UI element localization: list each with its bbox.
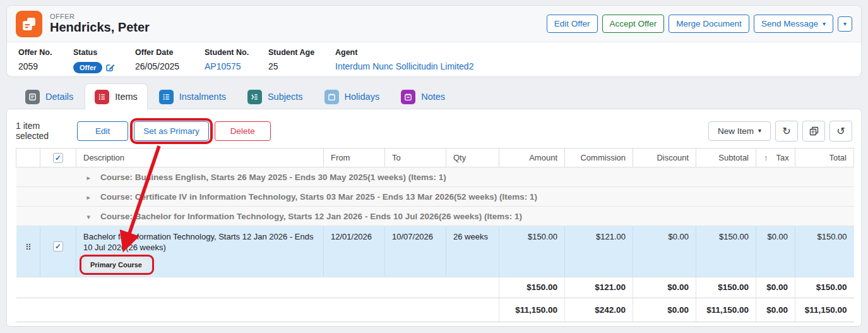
student-no-label: Student No. bbox=[205, 49, 268, 58]
items-table: ✓ Description From To Qty Amount Commiss… bbox=[16, 148, 854, 322]
items-icon bbox=[95, 90, 109, 104]
col-header-to[interactable]: To bbox=[385, 148, 446, 167]
send-message-label: Send Message bbox=[761, 19, 818, 28]
group-total-subtotal: $150.00 bbox=[696, 277, 756, 298]
group-total-tax: $0.00 bbox=[756, 277, 795, 298]
group-total-total: $150.00 bbox=[795, 277, 854, 298]
col-header-total[interactable]: Total bbox=[795, 148, 854, 167]
offer-date-label: Offer Date bbox=[135, 49, 205, 58]
student-age-label: Student Age bbox=[268, 49, 335, 58]
col-header-from[interactable]: From bbox=[324, 148, 385, 167]
offer-date-value: 26/05/2025 bbox=[135, 62, 205, 71]
status-label: Status bbox=[73, 49, 135, 58]
course-group-row[interactable]: ▾Course: Bachelor for Information Techno… bbox=[16, 207, 854, 226]
col-header-tax[interactable]: ↑ Tax bbox=[756, 148, 795, 167]
drag-handle[interactable]: ⠿ bbox=[25, 243, 31, 252]
item-subtotal: $150.00 bbox=[696, 226, 756, 277]
copy-icon bbox=[809, 126, 819, 136]
copy-button[interactable] bbox=[802, 121, 825, 142]
group-label: Course: Bachelor for Information Technol… bbox=[100, 212, 522, 221]
tab-subjects-label: Subjects bbox=[268, 92, 303, 102]
col-header-description[interactable]: Description bbox=[76, 148, 324, 167]
tab-items-label: Items bbox=[115, 92, 137, 102]
tab-details[interactable]: Details bbox=[15, 83, 83, 109]
item-from: 12/01/2026 bbox=[324, 226, 385, 277]
expand-caret-icon[interactable]: ▸ bbox=[87, 193, 91, 201]
item-discount: $0.00 bbox=[633, 226, 696, 277]
checkmark-icon: ✓ bbox=[55, 242, 61, 251]
expand-caret-icon[interactable]: ▸ bbox=[87, 174, 91, 181]
history-icon: ↺ bbox=[836, 125, 845, 137]
more-actions-button[interactable]: ▾ bbox=[838, 16, 852, 32]
merge-document-button[interactable]: Merge Document bbox=[669, 15, 749, 33]
col-header-drag bbox=[16, 148, 40, 167]
offer-header-card: OFFER Hendricks, Peter Edit Offer Accept… bbox=[6, 5, 862, 77]
student-no-link[interactable]: AP10575 bbox=[205, 62, 241, 71]
new-item-label: New Item bbox=[718, 126, 754, 136]
agent-link[interactable]: Interdum Nunc Sollicitudin Limited2 bbox=[335, 62, 473, 71]
offer-app-icon bbox=[16, 11, 42, 37]
record-type-label: OFFER bbox=[50, 13, 150, 21]
history-button[interactable]: ↺ bbox=[829, 121, 852, 142]
tab-notes[interactable]: Notes bbox=[391, 83, 455, 109]
send-message-button[interactable]: Send Message ▾ bbox=[754, 15, 833, 33]
table-header-row: ✓ Description From To Qty Amount Commiss… bbox=[16, 148, 854, 167]
col-header-qty[interactable]: Qty bbox=[446, 148, 499, 167]
collapse-caret-icon[interactable]: ▾ bbox=[87, 213, 91, 221]
subjects-icon bbox=[247, 90, 262, 104]
col-header-select: ✓ bbox=[40, 148, 76, 167]
row-checkbox[interactable]: ✓ bbox=[53, 241, 63, 251]
col-header-commission[interactable]: Commission bbox=[565, 148, 633, 167]
item-total: $150.00 bbox=[795, 226, 854, 277]
primary-course-badge: Primary Course bbox=[83, 258, 149, 271]
grand-total-row: $11,150.00 $242.00 $0.00 $11,150.00 $0.0… bbox=[16, 298, 854, 322]
page-title: Hendricks, Peter bbox=[50, 20, 150, 35]
delete-item-button[interactable]: Delete bbox=[215, 121, 271, 141]
group-label: Course: Business English, Starts 26 May … bbox=[100, 173, 446, 182]
edit-status-icon[interactable] bbox=[106, 63, 115, 72]
tab-holidays-label: Holidays bbox=[345, 92, 380, 102]
chevron-down-icon: ▾ bbox=[823, 21, 826, 27]
tab-subjects[interactable]: Subjects bbox=[237, 83, 313, 109]
tab-notes-label: Notes bbox=[421, 92, 445, 102]
items-panel: 1 item selected Edit Set as Primary Dele… bbox=[6, 109, 862, 327]
edit-item-button[interactable]: Edit bbox=[77, 121, 128, 141]
item-to: 10/07/2026 bbox=[385, 226, 446, 277]
header-top: OFFER Hendricks, Peter Edit Offer Accept… bbox=[7, 6, 861, 42]
refresh-button[interactable]: ↻ bbox=[775, 121, 798, 142]
accept-offer-button[interactable]: Accept Offer bbox=[602, 15, 665, 33]
col-header-subtotal[interactable]: Subtotal bbox=[696, 148, 756, 167]
tab-instalments[interactable]: Instalments bbox=[149, 83, 236, 109]
checkmark-icon: ✓ bbox=[55, 154, 61, 162]
status-badge: Offer bbox=[73, 62, 102, 73]
tab-instalments-label: Instalments bbox=[179, 92, 226, 102]
group-label: Course: Certificate IV in Information Te… bbox=[100, 192, 537, 202]
offer-summary-bar: Offer No. 2059 Status Offer Offer Date 2… bbox=[7, 42, 861, 73]
grand-total-tax: $0.00 bbox=[756, 298, 795, 322]
item-row-selected[interactable]: ⠿ ✓ Bachelor for Information Technology,… bbox=[16, 226, 854, 277]
student-age-value: 25 bbox=[268, 62, 335, 71]
group-total-discount: $0.00 bbox=[633, 277, 696, 298]
select-all-checkbox[interactable]: ✓ bbox=[53, 153, 63, 163]
item-commission: $121.00 bbox=[565, 226, 633, 277]
course-group-row[interactable]: ▸Course: Business English, Starts 26 May… bbox=[16, 167, 854, 187]
item-description: Bachelor for Information Technology, Sta… bbox=[83, 232, 316, 253]
tab-items[interactable]: Items bbox=[85, 83, 147, 109]
grand-total-commission: $242.00 bbox=[565, 298, 633, 322]
edit-offer-button[interactable]: Edit Offer bbox=[547, 15, 598, 33]
tab-details-label: Details bbox=[45, 92, 73, 102]
tab-holidays[interactable]: Holidays bbox=[314, 83, 390, 109]
col-header-amount[interactable]: Amount bbox=[499, 148, 565, 167]
items-toolbar: 1 item selected Edit Set as Primary Dele… bbox=[7, 109, 861, 148]
course-group-row[interactable]: ▸Course: Certificate IV in Information T… bbox=[16, 187, 854, 207]
group-total-amount: $150.00 bbox=[499, 277, 565, 298]
new-item-button[interactable]: New Item ▾ bbox=[708, 121, 771, 141]
agent-label: Agent bbox=[335, 49, 473, 58]
chevron-down-icon: ▾ bbox=[758, 128, 761, 134]
grand-total-subtotal: $11,150.00 bbox=[696, 298, 756, 322]
set-as-primary-button[interactable]: Set as Primary bbox=[134, 121, 209, 141]
col-header-discount[interactable]: Discount bbox=[633, 148, 696, 167]
group-total-commission: $121.00 bbox=[565, 277, 633, 298]
holidays-icon bbox=[324, 90, 339, 104]
grand-total-discount: $0.00 bbox=[633, 298, 696, 322]
